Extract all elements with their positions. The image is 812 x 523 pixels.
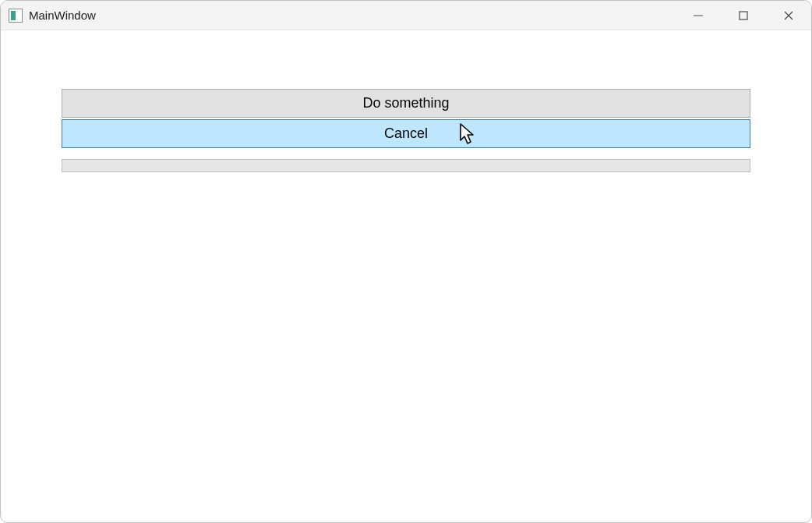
maximize-button[interactable] (721, 1, 766, 30)
main-window: MainWindow Do something Cancel (0, 0, 812, 523)
cancel-button[interactable]: Cancel (62, 119, 750, 148)
window-title: MainWindow (29, 9, 676, 22)
svg-rect-1 (740, 12, 747, 19)
do-something-button[interactable]: Do something (62, 89, 750, 118)
maximize-icon (738, 10, 749, 21)
minimize-button[interactable] (676, 1, 721, 30)
window-controls (676, 1, 811, 30)
app-icon (9, 9, 23, 23)
client-area: Do something Cancel (1, 30, 811, 172)
close-button[interactable] (766, 1, 811, 30)
minimize-icon (693, 10, 704, 21)
close-icon (783, 10, 794, 21)
progress-bar (62, 159, 750, 172)
titlebar: MainWindow (1, 1, 811, 30)
